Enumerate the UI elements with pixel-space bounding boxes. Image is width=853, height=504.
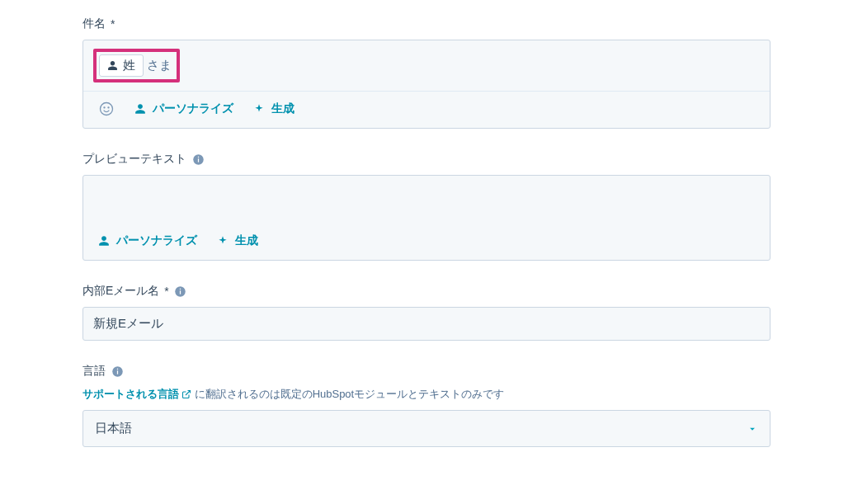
emoji-button[interactable] xyxy=(97,99,116,119)
language-select[interactable]: 日本語 xyxy=(82,410,771,447)
token-label: 姓 xyxy=(123,58,135,73)
preview-field-group: プレビューテキスト パーソナライズ 生成 xyxy=(82,152,771,261)
internal-name-input[interactable] xyxy=(82,307,771,341)
required-indicator: * xyxy=(164,285,168,298)
svg-rect-4 xyxy=(197,158,198,162)
preview-label-text: プレビューテキスト xyxy=(82,152,186,167)
subject-label: 件名 * xyxy=(82,16,771,31)
info-icon[interactable] xyxy=(174,285,187,298)
preview-label: プレビューテキスト xyxy=(82,152,771,167)
contact-icon xyxy=(98,235,110,247)
subject-toolbar: パーソナライズ 生成 xyxy=(83,91,770,128)
subject-suffix-text: さま xyxy=(147,58,172,73)
subject-field-group: 件名 * 姓 さま xyxy=(82,16,771,129)
sparkle-icon xyxy=(217,235,229,247)
svg-point-1 xyxy=(104,107,105,108)
svg-rect-10 xyxy=(116,370,117,374)
generate-button[interactable]: 生成 xyxy=(252,98,296,120)
subject-highlight-box: 姓 さま xyxy=(93,49,180,82)
chevron-down-icon xyxy=(747,423,758,435)
svg-point-2 xyxy=(108,107,109,108)
svg-rect-5 xyxy=(197,156,198,157)
generate-button[interactable]: 生成 xyxy=(215,230,260,252)
preview-toolbar: パーソナライズ 生成 xyxy=(83,224,770,260)
contact-icon xyxy=(107,60,118,71)
sparkle-icon xyxy=(253,103,265,115)
language-help-text: サポートされる言語 に翻訳されるのは既定のHubSpotモジュールとテキストのみ… xyxy=(82,387,771,402)
subject-input-area[interactable]: 姓 さま xyxy=(83,40,770,91)
generate-label: 生成 xyxy=(271,101,295,116)
preview-input-area[interactable] xyxy=(83,176,770,224)
svg-rect-11 xyxy=(116,368,117,369)
info-icon[interactable] xyxy=(191,153,205,166)
smile-icon xyxy=(98,101,115,117)
subject-input-container: 姓 さま パーソナライズ 生成 xyxy=(82,40,771,129)
svg-rect-7 xyxy=(180,290,181,294)
personalize-label: パーソナライズ xyxy=(116,233,197,248)
contact-icon xyxy=(134,103,146,115)
personalize-button[interactable]: パーソナライズ xyxy=(133,98,235,120)
required-indicator: * xyxy=(111,17,115,31)
personalize-label: パーソナライズ xyxy=(153,101,233,116)
svg-rect-8 xyxy=(180,288,181,289)
language-selected-value: 日本語 xyxy=(95,421,132,436)
language-label-text: 言語 xyxy=(82,364,106,379)
internal-name-label-text: 内部Eメール名 xyxy=(82,284,159,299)
help-link-text: サポートされる言語 xyxy=(82,387,179,402)
personalize-button[interactable]: パーソナライズ xyxy=(97,230,199,252)
preview-input-container: パーソナライズ 生成 xyxy=(82,175,771,261)
supported-languages-link[interactable]: サポートされる言語 xyxy=(82,387,191,402)
external-link-icon xyxy=(181,389,191,399)
help-text-suffix: に翻訳されるのは既定のHubSpotモジュールとテキストのみです xyxy=(195,388,505,400)
language-label: 言語 xyxy=(82,364,771,379)
svg-point-0 xyxy=(101,103,113,115)
svg-line-12 xyxy=(186,391,191,396)
internal-name-label: 内部Eメール名 * xyxy=(82,284,771,299)
generate-label: 生成 xyxy=(235,233,258,248)
internal-name-field-group: 内部Eメール名 * xyxy=(82,284,771,341)
lastname-token-chip[interactable]: 姓 xyxy=(99,54,144,77)
language-field-group: 言語 サポートされる言語 に翻訳されるのは既定のHubSpotモジュールとテキス… xyxy=(82,364,771,447)
info-icon[interactable] xyxy=(111,365,124,378)
subject-label-text: 件名 xyxy=(82,16,106,31)
